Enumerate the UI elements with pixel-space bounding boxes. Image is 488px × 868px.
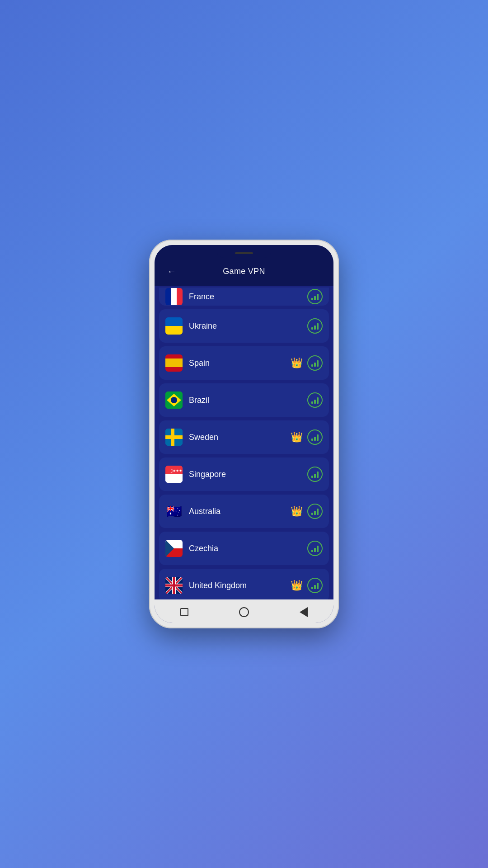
country-name: Spain [189,359,291,368]
list-item[interactable]: Spain 👑 [159,346,329,380]
signal-bars [311,471,319,478]
country-name: France [189,292,307,302]
list-item[interactable]: 🇦🇺 Australia 👑 [159,495,329,528]
signal-bar-3 [317,397,319,404]
navigation-bar [155,599,333,623]
signal-bar-2 [314,474,316,478]
list-item[interactable]: Ukraine [159,309,329,343]
signal-icon [307,392,323,408]
signal-bar-1 [311,513,313,515]
back-button[interactable]: ← [164,263,180,279]
signal-bar-2 [314,400,316,404]
svg-text:★★★★★: ★★★★★ [173,469,183,473]
flag-icon: 🇦🇺 [165,503,183,520]
country-name: Brazil [189,396,307,405]
svg-rect-21 [165,585,183,587]
signal-bars [311,359,319,367]
country-name: Czechia [189,544,307,553]
signal-icon [307,318,323,334]
signal-bar-1 [311,298,313,300]
signal-bar-2 [314,437,316,441]
list-item[interactable]: Brazil [159,383,329,417]
country-list: France Ukraine [155,286,333,599]
signal-icon [307,578,323,593]
flag-icon: ☽ ★★★★★ [165,466,183,483]
triangle-icon [300,607,308,617]
signal-bar-3 [317,472,319,478]
country-name: Ukraine [189,321,307,331]
signal-bars [311,293,319,300]
signal-icon [307,355,323,371]
country-name: Australia [189,507,291,516]
list-item[interactable]: United Kingdom 👑 [159,569,329,599]
flag-icon [165,577,183,594]
list-item[interactable]: Sweden 👑 [159,420,329,454]
crown-icon: 👑 [291,580,303,591]
signal-icon [307,467,323,482]
signal-bars [311,508,319,515]
flag-icon [165,288,183,305]
flag-icon [165,317,183,335]
signal-bar-3 [317,323,319,330]
signal-bar-2 [314,548,316,552]
page-title: Game VPN [180,267,308,276]
phone-screen: ← Game VPN France Ukr [155,245,333,623]
flag-icon [165,540,183,557]
signal-bars [311,434,319,441]
signal-bar-1 [311,364,313,367]
signal-bar-1 [311,401,313,404]
signal-bar-3 [317,294,319,300]
signal-bar-2 [314,511,316,515]
nav-home-button[interactable] [237,605,251,619]
signal-bar-3 [317,583,319,589]
app-header: ← Game VPN [155,258,333,286]
signal-bars [311,322,319,330]
signal-bar-2 [314,326,316,330]
crown-icon: 👑 [291,431,303,443]
list-item[interactable]: France [159,288,329,306]
country-name: Singapore [189,470,307,479]
svg-rect-7 [165,474,183,483]
signal-icon [307,504,323,519]
signal-bar-1 [311,550,313,552]
svg-rect-5 [171,429,174,446]
signal-icon [307,541,323,556]
signal-bar-2 [314,296,316,300]
crown-icon: 👑 [291,357,303,369]
nav-back-button[interactable] [296,605,311,619]
flag-icon [165,429,183,446]
signal-bar-1 [311,439,313,441]
list-item[interactable]: ☽ ★★★★★ Singapore [159,458,329,491]
signal-bars [311,396,319,404]
phone-frame: ← Game VPN France Ukr [149,240,339,628]
flag-icon [165,354,183,372]
signal-bar-3 [317,360,319,367]
country-name: Sweden [189,433,291,442]
signal-bars [311,582,319,589]
signal-bar-1 [311,587,313,589]
signal-bar-1 [311,327,313,330]
signal-bars [311,545,319,552]
nav-square-button[interactable] [177,605,192,619]
signal-bar-3 [317,434,319,441]
signal-bar-3 [317,509,319,515]
list-item[interactable]: Czechia [159,532,329,565]
flag-icon [165,392,183,409]
signal-bar-2 [314,363,316,367]
svg-point-2 [171,397,177,403]
signal-icon [307,429,323,445]
signal-bar-2 [314,585,316,589]
square-icon [180,608,188,616]
circle-icon [239,607,249,617]
notch [217,249,271,258]
signal-bar-3 [317,546,319,552]
signal-bar-1 [311,476,313,478]
country-name: United Kingdom [189,581,291,590]
notch-area [155,245,333,258]
crown-icon: 👑 [291,505,303,517]
signal-icon [307,289,323,304]
